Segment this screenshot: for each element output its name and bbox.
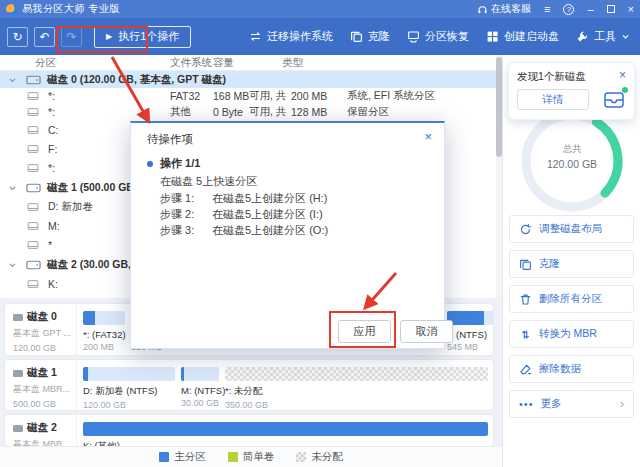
- row-type: 系统, EFI 系统分区: [347, 89, 435, 103]
- disk-mini-icon: [13, 370, 23, 377]
- collapse-chevron-icon[interactable]: [8, 75, 17, 84]
- sidebar-action-erase[interactable]: 擦除数据: [509, 355, 634, 383]
- disk-card-name: 磁盘 1: [27, 366, 57, 380]
- sidebar-action-convert[interactable]: 转换为 MBR: [509, 320, 634, 348]
- partition-row[interactable]: *:其他0 Byte可用, 共128 MB保留分区: [0, 104, 497, 120]
- tools-icon: [576, 30, 589, 43]
- legend-label: 未分配: [311, 450, 343, 464]
- partition-used-fill: [83, 311, 95, 325]
- partition-icon: [27, 202, 39, 212]
- title-bar: 易我分区大师 专业版 在线客服 ≡ ? – ×: [0, 0, 640, 18]
- operation-count-label: 操作 1/1: [160, 156, 200, 171]
- partition-block[interactable]: *: (NTFS)545 MB: [447, 311, 494, 352]
- sidebar-action-adjust[interactable]: 调整磁盘布局: [509, 215, 634, 243]
- sidebar-action-trash[interactable]: 删除所有分区: [509, 285, 634, 313]
- partition-icon: [27, 240, 39, 250]
- headset-icon: [477, 4, 488, 15]
- partition-block[interactable]: K: (其他)30.00 GB: [83, 422, 488, 447]
- partition-used-fill: [83, 422, 488, 436]
- partition-row[interactable]: *:FAT32168 MB可用, 共200 MB系统, EFI 系统分区: [0, 88, 497, 104]
- cancel-button[interactable]: 取消: [400, 320, 453, 343]
- clone-icon: [519, 258, 532, 271]
- legend-item: 简单卷: [228, 450, 275, 464]
- row-capacity-separator: 可用, 共: [249, 89, 286, 103]
- recover-icon: [407, 30, 420, 43]
- partition-used-fill: [83, 367, 88, 381]
- disk-card-name: 磁盘 0: [27, 310, 57, 324]
- undo-button[interactable]: ↶: [34, 27, 55, 47]
- toolbar-action-tools[interactable]: 工具: [576, 29, 630, 44]
- partition-block[interactable]: *: (FAT32)200 MB: [83, 311, 125, 352]
- row-total-space: 128 MB: [291, 106, 327, 118]
- disk-card-type: 基本盘 GPT ...: [13, 327, 76, 340]
- col-header-partition: 分区: [35, 56, 56, 70]
- collapse-chevron-icon[interactable]: [8, 260, 17, 269]
- collapse-chevron-icon[interactable]: [8, 183, 17, 192]
- toolbar-action-label: 迁移操作系统: [267, 29, 333, 44]
- maximize-button[interactable]: [607, 5, 615, 13]
- partition-block[interactable]: M: (NTFS)30.00 GB: [181, 367, 219, 410]
- sidebar-action-more[interactable]: •••更多›: [509, 390, 634, 418]
- partition-size: 30.00 GB: [181, 398, 219, 408]
- toolbar-action-clone[interactable]: 克隆: [350, 29, 390, 44]
- sidebar-action-clone[interactable]: 克隆: [509, 250, 634, 278]
- disk-mini-icon: [13, 425, 23, 432]
- disk-card-label: 磁盘 0基本盘 GPT ...120.00 GB: [5, 304, 77, 355]
- partition-label: *: (NTFS): [447, 329, 494, 340]
- legend-item: 主分区: [159, 450, 206, 464]
- row-free-space: 168 MB: [213, 90, 249, 102]
- disk-card-type: 基本盘 MBR...: [13, 383, 76, 396]
- donut-total-label: 总共: [514, 143, 630, 156]
- close-button[interactable]: ×: [628, 4, 634, 15]
- operation-step: 步骤 2:在磁盘5上创建分区 (I:): [160, 207, 328, 223]
- refresh-button[interactable]: ↻: [7, 27, 28, 47]
- execute-operations-button[interactable]: ▶ 执行1个操作: [94, 26, 191, 48]
- partition-block[interactable]: D: 新加卷 (NTFS)120.00 GB: [83, 367, 175, 410]
- clone-icon: [350, 30, 363, 43]
- minimize-button[interactable]: –: [587, 4, 593, 15]
- disk-card-name: 磁盘 2: [27, 421, 57, 435]
- col-header-type: 类型: [282, 56, 303, 70]
- step-text: 在磁盘5上创建分区 (O:): [212, 223, 328, 239]
- disk-card: 磁盘 1基本盘 MBR...500.00 GBD: 新加卷 (NTFS)120.…: [4, 359, 494, 411]
- menu-button[interactable]: ≡: [544, 4, 550, 15]
- step-label: 步骤 1:: [160, 191, 212, 207]
- online-service-button[interactable]: 在线客服: [477, 2, 531, 16]
- row-name: 磁盘 0 (120.00 GB, 基本盘, GPT 磁盘): [47, 73, 226, 87]
- toolbar-action-boot[interactable]: 创建启动盘: [486, 29, 559, 44]
- sidebar-action-label: 克隆: [539, 257, 560, 271]
- chevron-right-icon: ›: [620, 397, 624, 411]
- app-window: 易我分区大师 专业版 在线客服 ≡ ? – × ↻ ↶ ↷ ▶ 执行1个操作 迁…: [0, 0, 640, 467]
- apply-button[interactable]: 应用: [338, 320, 391, 343]
- disk-card-label: 磁盘 1基本盘 MBR...500.00 GB: [5, 360, 77, 410]
- disk-card-partitions: D: 新加卷 (NTFS)120.00 GBM: (NTFS)30.00 GB*…: [83, 367, 488, 410]
- play-icon: ▶: [106, 32, 112, 41]
- partition-bar: [83, 311, 125, 325]
- toolbar: ↻ ↶ ↷ ▶ 执行1个操作 迁移操作系统克隆分区恢复创建启动盘工具: [0, 18, 640, 55]
- trash-icon: [519, 293, 532, 306]
- help-button[interactable]: ?: [563, 4, 574, 15]
- legend-label: 简单卷: [243, 450, 275, 464]
- partition-label: *: (FAT32): [83, 329, 125, 340]
- row-capacity-separator: 可用, 共: [249, 105, 286, 119]
- partition-label: M: (NTFS): [181, 385, 219, 396]
- redo-button[interactable]: ↷: [61, 27, 82, 47]
- disk-row[interactable]: 磁盘 0 (120.00 GB, 基本盘, GPT 磁盘): [0, 71, 497, 88]
- partition-icon: [27, 279, 39, 289]
- partition-used-fill: [181, 367, 184, 381]
- operation-step: 步骤 3:在磁盘5上创建分区 (O:): [160, 223, 328, 239]
- dialog-title: 待操作项: [147, 132, 193, 147]
- help-icon: ?: [563, 4, 574, 15]
- toolbar-action-migrate[interactable]: 迁移操作系统: [249, 29, 333, 44]
- notification-details-button[interactable]: 详情: [517, 89, 589, 110]
- sidebar: 总共 120.00 GB 发现1个新磁盘 × 详情 调整磁盘布局克隆删除所有分区…: [502, 55, 640, 467]
- sidebar-action-label: 调整磁盘布局: [539, 222, 602, 236]
- notification-close-icon[interactable]: ×: [619, 68, 626, 82]
- partition-size: 545 MB: [447, 342, 494, 352]
- maximize-icon: [607, 5, 615, 13]
- toolbar-action-label: 克隆: [368, 29, 390, 44]
- toolbar-action-recover[interactable]: 分区恢复: [407, 29, 469, 44]
- partition-block[interactable]: *: 未分配350.00 GB: [225, 367, 488, 410]
- dialog-close-icon[interactable]: ×: [424, 129, 432, 144]
- partition-bar: [83, 422, 488, 436]
